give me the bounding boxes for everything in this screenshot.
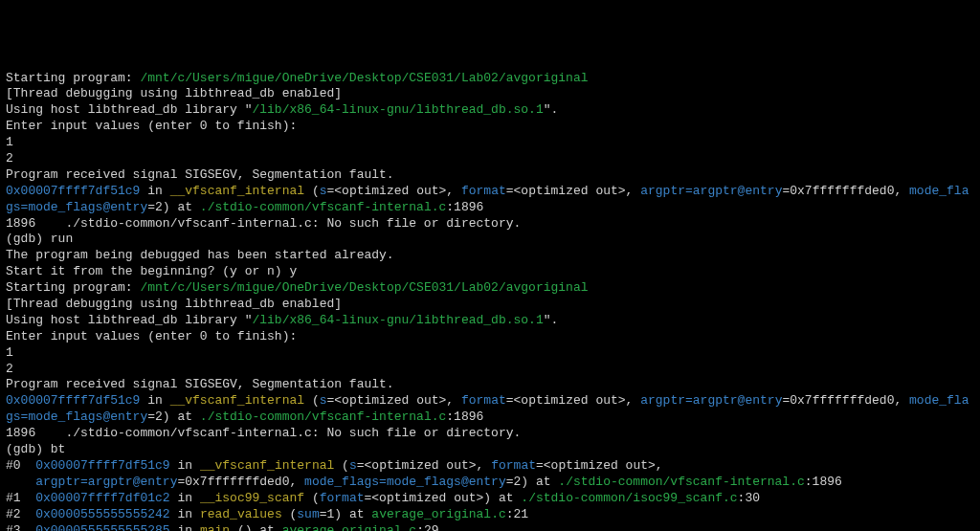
var-name: format: [461, 184, 506, 198]
var-name: format: [320, 491, 365, 505]
source-file: ./stdio-common/isoc99_scanf.c: [521, 491, 737, 505]
lib-path: /lib/x86_64-linux-gnu/libthread_db.so.1: [252, 102, 543, 117]
backtrace-frame: #3 0x0000555555555285 in main () at aver…: [6, 523, 974, 532]
output-line: The program being debugged has been star…: [6, 248, 974, 264]
var-name: s: [320, 393, 327, 408]
output-line: Starting program: /mnt/c/Users/migue/One…: [6, 71, 974, 87]
source-file: average_original.c: [371, 507, 505, 521]
user-input: 1: [6, 345, 974, 362]
restart-prompt: Start it from the beginning? (y or n) y: [6, 264, 974, 280]
var-name: s: [349, 458, 357, 473]
var-name: format: [461, 393, 506, 408]
output-line: [Thread debugging using libthread_db ena…: [6, 86, 974, 102]
fault-location: 0x00007ffff7df51c9 in __vfscanf_internal…: [6, 184, 974, 216]
user-input: 2: [6, 151, 974, 167]
backtrace-frame: #2 0x0000555555555242 in read_values (su…: [6, 507, 974, 523]
var-name: mode_flags=mode_flags@entry: [304, 475, 506, 489]
backtrace-frame-cont: argptr=argptr@entry=0x7fffffffded0, mode…: [6, 475, 974, 491]
nofile-error: 1896 ./stdio-common/vfscanf-internal.c: …: [6, 216, 974, 232]
program-path: /mnt/c/Users/migue/OneDrive/Desktop/CSE0…: [140, 280, 588, 295]
function-name: __isoc99_scanf: [200, 491, 304, 505]
var-name: argptr=argptr@entry: [35, 475, 177, 489]
output-line: Starting program: /mnt/c/Users/migue/One…: [6, 280, 974, 297]
signal-message: Program received signal SIGSEGV, Segment…: [6, 377, 974, 393]
backtrace-frame: #1 0x00007ffff7df01c2 in __isoc99_scanf …: [6, 491, 974, 507]
address: 0x00007ffff7df51c9: [6, 184, 140, 198]
output-line: Using host libthread_db library "/lib/x8…: [6, 102, 974, 119]
backtrace-frame: #0 0x00007ffff7df51c9 in __vfscanf_inter…: [6, 458, 974, 475]
function-name: main: [200, 523, 230, 532]
var-name: argptr=argptr@entry: [640, 184, 782, 198]
var-name: argptr=argptr@entry: [640, 393, 782, 408]
address: 0x00007ffff7df51c9: [35, 458, 169, 473]
input-prompt: Enter input values (enter 0 to finish):: [6, 119, 974, 135]
output-line: Using host libthread_db library "/lib/x8…: [6, 313, 974, 329]
signal-message: Program received signal SIGSEGV, Segment…: [6, 167, 974, 184]
user-input: 2: [6, 362, 974, 378]
function-name: read_values: [200, 507, 282, 521]
address: 0x00007ffff7df51c9: [6, 393, 140, 408]
nofile-error: 1896 ./stdio-common/vfscanf-internal.c: …: [6, 426, 974, 442]
address: 0x00007ffff7df01c2: [35, 491, 169, 505]
var-name: s: [320, 184, 327, 198]
fault-location: 0x00007ffff7df51c9 in __vfscanf_internal…: [6, 393, 974, 426]
address: 0x0000555555555285: [35, 523, 169, 532]
program-path: /mnt/c/Users/migue/OneDrive/Desktop/CSE0…: [140, 71, 588, 85]
terminal-output[interactable]: Starting program: /mnt/c/Users/migue/One…: [6, 71, 974, 531]
input-prompt: Enter input values (enter 0 to finish):: [6, 329, 974, 345]
var-name: sum: [297, 507, 319, 521]
gdb-command: (gdb) bt: [6, 442, 974, 458]
source-file: average_original.c: [282, 523, 416, 532]
var-name: format: [491, 458, 536, 473]
function-name: __vfscanf_internal: [170, 393, 304, 408]
function-name: __vfscanf_internal: [200, 458, 334, 473]
function-name: __vfscanf_internal: [170, 184, 304, 198]
gdb-command: (gdb) run: [6, 232, 974, 248]
lib-path: /lib/x86_64-linux-gnu/libthread_db.so.1: [252, 313, 543, 327]
source-file: ./stdio-common/vfscanf-internal.c: [200, 200, 446, 214]
source-file: ./stdio-common/vfscanf-internal.c: [200, 409, 446, 424]
output-line: [Thread debugging using libthread_db ena…: [6, 297, 974, 313]
address: 0x0000555555555242: [35, 507, 169, 521]
source-file: ./stdio-common/vfscanf-internal.c: [558, 475, 804, 489]
user-input: 1: [6, 135, 974, 151]
